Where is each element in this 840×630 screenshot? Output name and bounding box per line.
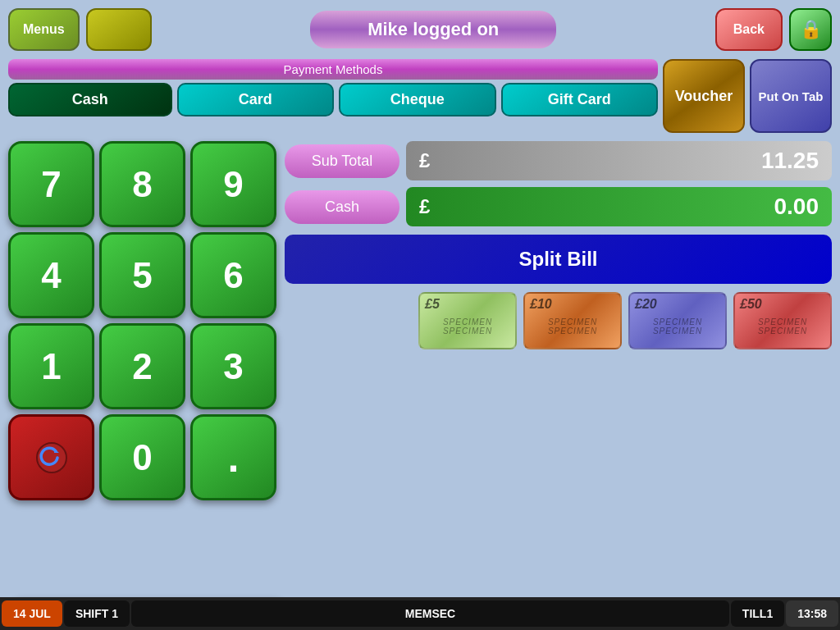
key-0[interactable]: 0 [99, 414, 185, 500]
subtotal-value-box: £ 11.25 [406, 141, 832, 180]
note-5-label: £5 [425, 297, 440, 312]
subtotal-label: Sub Total [285, 144, 399, 178]
status-till: TILL1 [731, 600, 784, 627]
numpad: 7 8 9 4 5 6 1 2 3 0 . [8, 141, 276, 500]
note-50-specimen2: SPECIMEN [758, 326, 807, 336]
key-9[interactable]: 9 [190, 141, 276, 227]
main-content: 7 8 9 4 5 6 1 2 3 0 . Sub Total [0, 133, 840, 597]
cash-currency: £ [419, 195, 430, 218]
menus-button[interactable]: Menus [8, 8, 80, 51]
note-20[interactable]: £20 SPECIMEN SPECIMEN [628, 292, 727, 349]
payment-buttons: Cash Card Cheque Gift Card [8, 83, 658, 116]
key-7[interactable]: 7 [8, 141, 94, 227]
logged-on-title: Mike logged on [310, 11, 556, 48]
cash-button[interactable]: Cash [8, 83, 172, 116]
voucher-button[interactable]: Voucher [663, 59, 745, 133]
subtotal-row: Sub Total £ 11.25 [285, 141, 832, 180]
header: Menus Mike logged on Back 🔒 [0, 0, 840, 59]
backspace-icon [31, 441, 72, 474]
status-date: 14 JUL [2, 600, 62, 627]
note-10[interactable]: £10 SPECIMEN SPECIMEN [523, 292, 622, 349]
status-time: 13:58 [786, 600, 838, 627]
note-50-specimen: SPECIMEN [758, 317, 807, 326]
note-10-specimen: SPECIMEN [548, 317, 597, 326]
header-title-area: Mike logged on [158, 11, 709, 48]
cash-total-label: Cash [285, 190, 399, 224]
payment-bar: Payment Methods Cash Card Cheque Gift Ca… [0, 59, 840, 133]
key-decimal[interactable]: . [190, 414, 276, 500]
status-company: MEMSEC [131, 600, 729, 627]
note-20-label: £20 [635, 297, 657, 312]
note-10-label: £10 [530, 297, 552, 312]
key-8[interactable]: 8 [99, 141, 185, 227]
note-5-specimen: SPECIMEN [443, 317, 492, 326]
card-button[interactable]: Card [177, 83, 335, 116]
yellow-button[interactable] [86, 8, 152, 51]
note-50[interactable]: £50 SPECIMEN SPECIMEN [733, 292, 832, 349]
key-6[interactable]: 6 [190, 232, 276, 318]
put-on-tab-button[interactable]: Put On Tab [750, 59, 832, 133]
subtotal-amount: 11.25 [438, 148, 819, 174]
note-5-specimen2: SPECIMEN [443, 326, 492, 336]
totals-section: Sub Total £ 11.25 Cash £ 0.00 [285, 141, 832, 226]
key-2[interactable]: 2 [99, 323, 185, 409]
payment-methods-section: Payment Methods Cash Card Cheque Gift Ca… [8, 59, 658, 133]
note-20-specimen: SPECIMEN [653, 317, 702, 326]
split-bill-button[interactable]: Split Bill [285, 235, 832, 284]
subtotal-currency: £ [419, 149, 430, 172]
lock-icon: 🔒 [800, 19, 822, 40]
note-20-specimen2: SPECIMEN [653, 326, 702, 336]
key-3[interactable]: 3 [190, 323, 276, 409]
key-5[interactable]: 5 [99, 232, 185, 318]
gift-card-button[interactable]: Gift Card [501, 83, 659, 116]
back-button[interactable]: Back [715, 8, 783, 51]
lock-button[interactable]: 🔒 [789, 8, 832, 51]
cash-notes: £5 SPECIMEN SPECIMEN £10 SPECIMEN SPECIM… [285, 292, 832, 349]
note-5[interactable]: £5 SPECIMEN SPECIMEN [418, 292, 517, 349]
cash-row: Cash £ 0.00 [285, 187, 832, 226]
status-bar: 14 JUL SHIFT 1 MEMSEC TILL1 13:58 [0, 597, 840, 630]
status-shift: SHIFT 1 [64, 600, 130, 627]
right-panel: Sub Total £ 11.25 Cash £ 0.00 Split Bill… [285, 141, 832, 589]
payment-methods-label: Payment Methods [8, 59, 658, 80]
cash-value-box: £ 0.00 [406, 187, 832, 226]
key-1[interactable]: 1 [8, 323, 94, 409]
key-4[interactable]: 4 [8, 232, 94, 318]
cheque-button[interactable]: Cheque [339, 83, 496, 116]
cash-amount: 0.00 [438, 194, 819, 220]
note-50-label: £50 [740, 297, 762, 312]
backspace-button[interactable] [8, 414, 94, 500]
note-10-specimen2: SPECIMEN [548, 326, 597, 336]
